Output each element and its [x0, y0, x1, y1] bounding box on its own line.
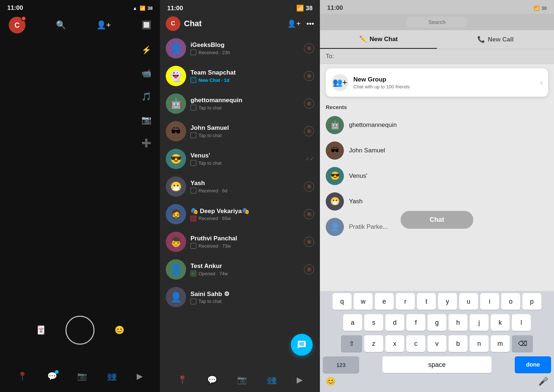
new-group-card[interactable]: 👥+ New Group Chat with up to 100 friends…	[326, 68, 548, 97]
key-n[interactable]: n	[470, 335, 489, 352]
avatar-team-snapchat: 👻	[166, 66, 186, 86]
nav-map[interactable]: 📍	[17, 372, 27, 381]
nav-chat-mid[interactable]: 💬	[207, 375, 217, 385]
add-friend-icon[interactable]: 👤+	[96, 20, 111, 30]
key-a[interactable]: a	[343, 314, 362, 331]
key-i[interactable]: i	[480, 293, 499, 310]
recent-item-venus[interactable]: 😎 Venus'	[326, 163, 548, 189]
avatar-yash: 😷	[166, 176, 186, 197]
chat-right-venus: ✓✓	[305, 156, 314, 162]
nav-camera[interactable]: 📷	[77, 372, 87, 381]
add-chat-icon[interactable]: 👤+	[287, 19, 301, 28]
memories-icon[interactable]: 🃏	[34, 324, 47, 337]
new-chat-icon: ✏️	[359, 35, 367, 43]
camera-icon[interactable]: 📷	[140, 113, 153, 127]
recent-item-john[interactable]: 🕶 John Samuel	[326, 138, 548, 163]
mute-icon-7[interactable]: 🔕	[304, 237, 314, 247]
key-v[interactable]: v	[427, 335, 446, 352]
chat-name-pruthvi: Pruthvi Panchal	[190, 235, 300, 242]
key-y[interactable]: y	[438, 293, 457, 310]
chat-item-saini[interactable]: 👤 Saini Sahb ⚙ Tap to chat	[160, 283, 320, 311]
mute-icon-3[interactable]: 🔕	[304, 99, 314, 109]
more-options-icon[interactable]: •••	[306, 20, 314, 28]
chat-button[interactable]: Chat	[401, 211, 473, 229]
lightning-icon[interactable]: ⚡	[140, 44, 153, 57]
mute-icon[interactable]: 🔕	[304, 43, 314, 53]
time-left: 11:00	[7, 4, 23, 12]
key-j[interactable]: j	[470, 314, 489, 331]
nav-chat[interactable]: 💬	[47, 372, 57, 381]
video-icon[interactable]: 📹	[140, 67, 153, 80]
key-space[interactable]: space	[382, 356, 491, 373]
recent-item-yash[interactable]: 😷 Yash	[326, 189, 548, 214]
recent-item-ghetto[interactable]: 🤖 ghettomannequin	[326, 112, 548, 138]
spectacles-icon[interactable]: 🔲	[141, 20, 151, 30]
chat-item-pruthvi[interactable]: 👦 Pruthvi Panchal Received · 73w 🔕	[160, 228, 320, 256]
chat-user-avatar[interactable]: C	[166, 16, 180, 31]
chat-item-team-snapchat[interactable]: 👻 Team Snapchat New Chat · 1d 🔕	[160, 62, 320, 90]
nav-map-mid[interactable]: 📍	[177, 375, 187, 385]
compose-fab[interactable]	[291, 334, 313, 356]
search-placeholder[interactable]: Search	[406, 17, 467, 27]
chat-item-ghetto[interactable]: 🤖 ghettomannequin Tap to chat 🔕	[160, 90, 320, 117]
avatar-deep: 🧔	[166, 204, 186, 224]
mute-icon-4[interactable]: 🔕	[304, 126, 314, 136]
key-d[interactable]: d	[385, 314, 404, 331]
microphone-icon[interactable]: 🎤	[538, 377, 548, 386]
key-g[interactable]: g	[427, 314, 446, 331]
nav-friends-mid[interactable]: 👥	[267, 375, 277, 385]
search-icon[interactable]: 🔍	[56, 20, 66, 30]
key-s[interactable]: s	[364, 314, 383, 331]
key-k[interactable]: k	[491, 314, 510, 331]
key-u[interactable]: u	[459, 293, 478, 310]
key-f[interactable]: f	[406, 314, 425, 331]
mute-icon-8[interactable]: 🔕	[304, 264, 314, 275]
chat-item-igeeksblog[interactable]: 👤 iGeeksBlog Received · 23h 🔕	[160, 35, 320, 62]
key-shift[interactable]: ⇧	[341, 335, 362, 352]
key-e[interactable]: e	[375, 293, 394, 310]
key-m[interactable]: m	[491, 335, 510, 352]
key-c[interactable]: c	[406, 335, 425, 352]
mute-icon-5[interactable]: 🔕	[304, 181, 314, 192]
emoji-keyboard-icon[interactable]: 😊	[326, 377, 336, 386]
chat-item-deep[interactable]: 🧔 🎭 Deep Vekariya🎭 Received · 65w 🔕	[160, 200, 320, 228]
key-t[interactable]: t	[417, 293, 436, 310]
chat-name-ankur: Test Ankur	[190, 263, 300, 270]
key-l[interactable]: l	[512, 314, 531, 331]
key-w[interactable]: w	[354, 293, 373, 310]
key-p[interactable]: p	[522, 293, 541, 310]
mute-icon-6[interactable]: 🔕	[304, 209, 314, 219]
tab-new-chat[interactable]: ✏️ New Chat	[320, 30, 437, 49]
key-x[interactable]: x	[385, 335, 404, 352]
key-r[interactable]: r	[396, 293, 415, 310]
mute-icon-2[interactable]: 🔕	[304, 71, 314, 81]
key-q[interactable]: q	[333, 293, 352, 310]
music-icon[interactable]: 🎵	[140, 90, 153, 103]
user-avatar[interactable]: C	[9, 17, 25, 33]
chat-right-igeeksblog: 🔕	[304, 43, 314, 53]
add-icon[interactable]: ➕	[140, 137, 153, 150]
key-done[interactable]: done	[515, 356, 551, 373]
chat-status-deep: Received · 65w	[190, 216, 300, 221]
key-delete[interactable]: ⌫	[512, 335, 533, 352]
to-input[interactable]	[337, 53, 548, 60]
nav-discover[interactable]: ▶	[137, 372, 143, 381]
chat-item-john[interactable]: 🕶 John Samuel Tap to chat 🔕	[160, 117, 320, 145]
nav-camera-mid[interactable]: 📷	[237, 375, 247, 385]
chat-item-ankur[interactable]: 👤 Test Ankur ▷ Opened · 74w 🔕	[160, 256, 320, 283]
chat-item-venus[interactable]: 😎 Venus' Tap to chat ✓✓	[160, 145, 320, 173]
emoji-icon[interactable]: 😊	[113, 324, 126, 337]
shutter-button[interactable]	[65, 316, 95, 345]
key-b[interactable]: b	[449, 335, 467, 352]
nav-discover-mid[interactable]: ▶	[297, 375, 303, 385]
chat-item-yash[interactable]: 😷 Yash Received · 6d 🔕	[160, 173, 320, 200]
tab-new-call[interactable]: 📞 New Call	[437, 31, 554, 48]
key-h[interactable]: h	[449, 314, 467, 331]
nav-friends[interactable]: 👥	[107, 372, 117, 381]
key-z[interactable]: z	[364, 335, 383, 352]
chat-info-ankur: Test Ankur ▷ Opened · 74w	[190, 263, 300, 276]
key-o[interactable]: o	[501, 293, 520, 310]
recent-avatar-john: 🕶	[326, 141, 344, 160]
chat-right-yash: 🔕	[304, 181, 314, 192]
key-123[interactable]: 123	[323, 356, 359, 373]
